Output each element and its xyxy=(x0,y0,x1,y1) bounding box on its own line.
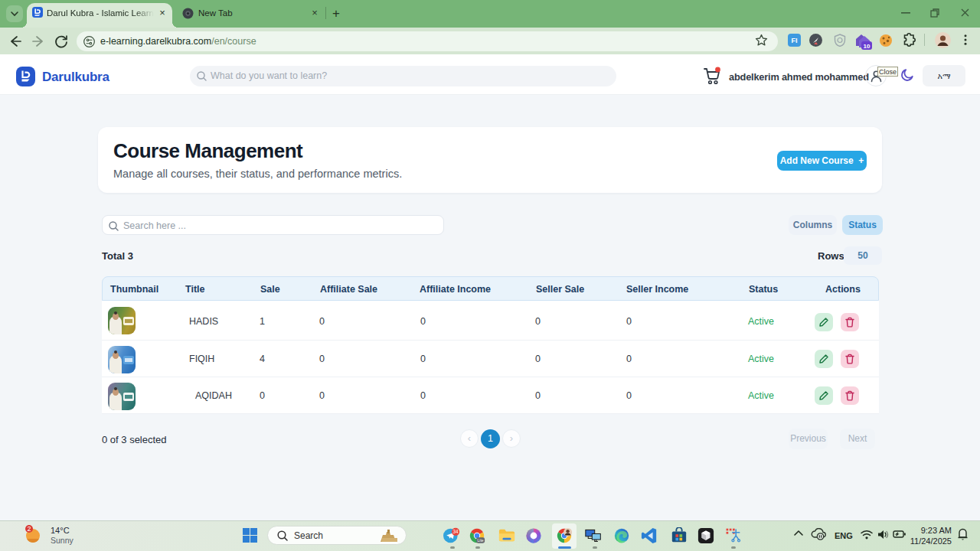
svg-text:FI: FI xyxy=(792,37,798,44)
svg-text:34: 34 xyxy=(453,529,459,534)
svg-text:2: 2 xyxy=(27,525,31,533)
svg-text:Lite: Lite xyxy=(478,538,484,543)
svg-text:10: 10 xyxy=(864,43,871,50)
